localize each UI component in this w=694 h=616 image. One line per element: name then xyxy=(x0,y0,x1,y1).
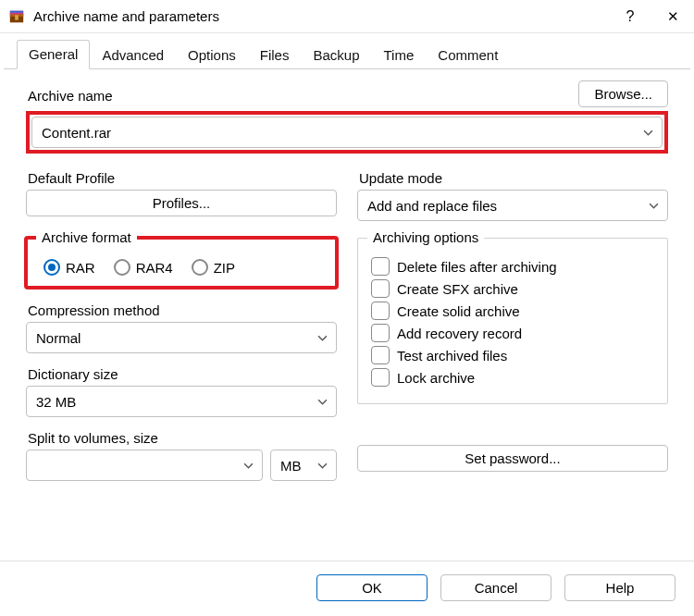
default-profile-label: Default Profile xyxy=(28,170,337,186)
check-label: Add recovery record xyxy=(397,326,522,341)
tab-backup[interactable]: Backup xyxy=(301,41,371,69)
chevron-down-icon xyxy=(316,395,328,408)
dictionary-size-label: Dictionary size xyxy=(28,366,337,382)
radio-icon xyxy=(192,259,208,276)
archive-format-legend: Archive format xyxy=(36,229,137,245)
tab-advanced[interactable]: Advanced xyxy=(90,41,176,69)
radio-label: RAR xyxy=(66,260,95,276)
checkbox-icon xyxy=(371,257,390,276)
tab-time[interactable]: Time xyxy=(372,41,427,69)
check-solid[interactable]: Create solid archive xyxy=(371,302,654,320)
app-icon xyxy=(7,7,26,26)
check-lock[interactable]: Lock archive xyxy=(371,368,654,387)
check-label: Test archived files xyxy=(397,348,507,363)
check-sfx[interactable]: Create SFX archive xyxy=(371,279,654,298)
tab-general[interactable]: General xyxy=(17,40,90,69)
check-recovery[interactable]: Add recovery record xyxy=(371,324,654,342)
radio-rar[interactable]: RAR xyxy=(43,259,95,276)
archive-name-value: Content.rar xyxy=(42,125,641,141)
chevron-down-icon xyxy=(647,199,660,212)
update-mode-value: Add and replace files xyxy=(367,198,647,214)
svg-rect-4 xyxy=(15,15,19,19)
radio-rar4[interactable]: RAR4 xyxy=(114,259,173,276)
archiving-options-legend: Archiving options xyxy=(367,229,484,245)
check-label: Create solid archive xyxy=(397,303,520,319)
compression-method-value: Normal xyxy=(36,330,316,346)
checkbox-icon xyxy=(371,302,390,320)
update-mode-combo[interactable]: Add and replace files xyxy=(357,190,668,221)
dialog-window: Archive name and parameters ? ✕ General … xyxy=(0,0,694,616)
radio-label: RAR4 xyxy=(136,260,173,276)
cancel-button[interactable]: Cancel xyxy=(440,574,551,601)
svg-rect-3 xyxy=(10,10,23,12)
help-footer-button[interactable]: Help xyxy=(564,574,675,601)
compression-method-label: Compression method xyxy=(28,302,337,318)
tab-files[interactable]: Files xyxy=(248,41,302,69)
window-title: Archive name and parameters xyxy=(33,8,219,24)
check-label: Create SFX archive xyxy=(397,281,518,297)
checkbox-icon xyxy=(371,279,390,298)
check-label: Lock archive xyxy=(397,370,475,386)
update-mode-label: Update mode xyxy=(359,170,668,186)
ok-button[interactable]: OK xyxy=(316,574,428,601)
split-unit-combo[interactable]: MB xyxy=(270,450,337,481)
titlebar: Archive name and parameters ? ✕ xyxy=(0,0,694,33)
set-password-button[interactable]: Set password... xyxy=(357,445,668,472)
check-test[interactable]: Test archived files xyxy=(371,346,654,364)
radio-icon xyxy=(43,259,60,276)
profiles-button[interactable]: Profiles... xyxy=(26,190,337,216)
tab-options[interactable]: Options xyxy=(176,41,248,69)
archiving-options-group: Archiving options Delete files after arc… xyxy=(357,238,668,404)
split-size-combo[interactable] xyxy=(26,450,263,481)
radio-zip[interactable]: ZIP xyxy=(192,259,235,276)
chevron-down-icon xyxy=(641,126,654,139)
compression-method-combo[interactable]: Normal xyxy=(26,322,337,353)
tab-comment[interactable]: Comment xyxy=(426,41,510,69)
dialog-footer: OK Cancel Help xyxy=(0,561,694,616)
help-button[interactable]: ? xyxy=(609,0,651,33)
chevron-down-icon xyxy=(242,459,254,472)
archive-format-group: Archive format RAR RAR4 ZIP xyxy=(26,238,337,288)
chevron-down-icon xyxy=(316,331,328,344)
archive-name-label: Archive name xyxy=(28,88,113,104)
tab-content: Archive name Browse... Content.rar Defau… xyxy=(0,69,694,561)
close-button[interactable]: ✕ xyxy=(651,0,694,33)
chevron-down-icon xyxy=(316,459,328,472)
dictionary-size-value: 32 MB xyxy=(36,394,316,410)
radio-icon xyxy=(114,259,130,276)
checkbox-icon xyxy=(371,368,390,387)
radio-label: ZIP xyxy=(214,260,235,276)
archive-name-combo[interactable]: Content.rar xyxy=(31,117,663,148)
dictionary-size-combo[interactable]: 32 MB xyxy=(26,386,337,417)
tabstrip: General Advanced Options Files Backup Ti… xyxy=(4,33,690,69)
split-unit-value: MB xyxy=(280,458,316,474)
check-label: Delete files after archiving xyxy=(397,259,557,275)
browse-button[interactable]: Browse... xyxy=(578,80,668,107)
checkbox-icon xyxy=(371,324,390,342)
check-delete-after[interactable]: Delete files after archiving xyxy=(371,257,654,276)
checkbox-icon xyxy=(371,346,390,364)
split-label: Split to volumes, size xyxy=(28,430,337,446)
